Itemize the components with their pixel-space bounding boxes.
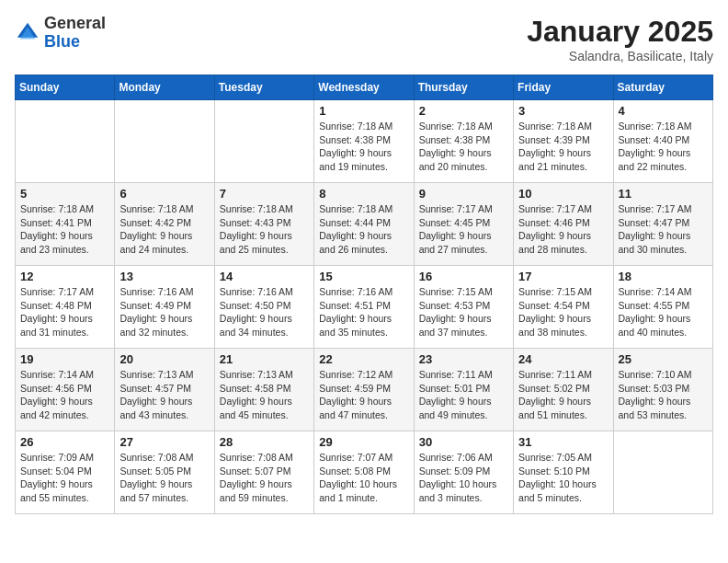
day-info: Sunrise: 7:13 AM Sunset: 4:57 PM Dayligh… xyxy=(119,368,209,422)
day-number: 30 xyxy=(419,435,508,449)
month-title: January 2025 xyxy=(527,15,713,49)
day-info: Sunrise: 7:17 AM Sunset: 4:46 PM Dayligh… xyxy=(518,202,608,257)
day-number: 28 xyxy=(220,435,309,449)
day-info: Sunrise: 7:16 AM Sunset: 4:49 PM Dayligh… xyxy=(119,285,209,339)
day-info: Sunrise: 7:18 AM Sunset: 4:38 PM Dayligh… xyxy=(419,120,508,174)
calendar-cell: 29Sunrise: 7:07 AM Sunset: 5:08 PM Dayli… xyxy=(314,431,414,514)
day-info: Sunrise: 7:08 AM Sunset: 5:07 PM Dayligh… xyxy=(220,451,309,505)
day-info: Sunrise: 7:13 AM Sunset: 4:58 PM Dayligh… xyxy=(220,368,309,422)
day-number: 26 xyxy=(20,435,109,449)
calendar-cell: 1Sunrise: 7:18 AM Sunset: 4:38 PM Daylig… xyxy=(314,100,414,183)
day-info: Sunrise: 7:18 AM Sunset: 4:41 PM Dayligh… xyxy=(20,202,109,257)
day-number: 18 xyxy=(619,270,708,283)
calendar-cell: 20Sunrise: 7:13 AM Sunset: 4:57 PM Dayli… xyxy=(115,349,214,431)
day-number: 17 xyxy=(518,270,608,283)
day-info: Sunrise: 7:08 AM Sunset: 5:05 PM Dayligh… xyxy=(119,451,209,505)
page-header: General Blue January 2025 Salandra, Basi… xyxy=(15,15,713,63)
calendar-cell: 27Sunrise: 7:08 AM Sunset: 5:05 PM Dayli… xyxy=(115,431,214,514)
days-of-week-row: SundayMondayTuesdayWednesdayThursdayFrid… xyxy=(16,75,713,100)
day-number: 2 xyxy=(419,104,508,118)
day-of-week-header: Thursday xyxy=(414,75,513,100)
calendar-week-row: 19Sunrise: 7:14 AM Sunset: 4:56 PM Dayli… xyxy=(16,349,713,431)
day-info: Sunrise: 7:15 AM Sunset: 4:54 PM Dayligh… xyxy=(518,285,608,339)
day-info: Sunrise: 7:18 AM Sunset: 4:39 PM Dayligh… xyxy=(518,120,608,174)
day-info: Sunrise: 7:05 AM Sunset: 5:10 PM Dayligh… xyxy=(518,451,608,505)
logo: General Blue xyxy=(15,15,106,52)
calendar-cell: 2Sunrise: 7:18 AM Sunset: 4:38 PM Daylig… xyxy=(414,100,513,183)
day-number: 7 xyxy=(220,187,309,201)
calendar-cell: 30Sunrise: 7:06 AM Sunset: 5:09 PM Dayli… xyxy=(414,431,513,514)
day-info: Sunrise: 7:14 AM Sunset: 4:55 PM Dayligh… xyxy=(619,285,708,339)
calendar-week-row: 1Sunrise: 7:18 AM Sunset: 4:38 PM Daylig… xyxy=(16,100,713,183)
calendar-cell: 31Sunrise: 7:05 AM Sunset: 5:10 PM Dayli… xyxy=(514,431,613,514)
day-number: 4 xyxy=(619,104,708,118)
calendar-cell: 6Sunrise: 7:18 AM Sunset: 4:42 PM Daylig… xyxy=(115,183,214,266)
day-info: Sunrise: 7:12 AM Sunset: 4:59 PM Dayligh… xyxy=(319,368,408,422)
day-number: 12 xyxy=(20,270,109,283)
day-number: 23 xyxy=(419,352,508,366)
day-info: Sunrise: 7:09 AM Sunset: 5:04 PM Dayligh… xyxy=(20,451,109,505)
day-number: 3 xyxy=(518,104,608,118)
location-subtitle: Salandra, Basilicate, Italy xyxy=(527,49,713,63)
calendar-cell: 24Sunrise: 7:11 AM Sunset: 5:02 PM Dayli… xyxy=(514,349,613,431)
day-info: Sunrise: 7:11 AM Sunset: 5:02 PM Dayligh… xyxy=(518,368,608,422)
calendar-cell: 5Sunrise: 7:18 AM Sunset: 4:41 PM Daylig… xyxy=(16,183,115,266)
calendar-cell: 18Sunrise: 7:14 AM Sunset: 4:55 PM Dayli… xyxy=(613,266,712,349)
day-info: Sunrise: 7:17 AM Sunset: 4:47 PM Dayligh… xyxy=(619,202,708,257)
day-number: 16 xyxy=(419,270,508,283)
day-info: Sunrise: 7:07 AM Sunset: 5:08 PM Dayligh… xyxy=(319,451,408,505)
calendar-cell: 10Sunrise: 7:17 AM Sunset: 4:46 PM Dayli… xyxy=(514,183,613,266)
day-number: 31 xyxy=(518,435,608,449)
calendar-week-row: 12Sunrise: 7:17 AM Sunset: 4:48 PM Dayli… xyxy=(16,266,713,349)
calendar-cell: 3Sunrise: 7:18 AM Sunset: 4:39 PM Daylig… xyxy=(514,100,613,183)
calendar-cell: 14Sunrise: 7:16 AM Sunset: 4:50 PM Dayli… xyxy=(214,266,313,349)
day-info: Sunrise: 7:18 AM Sunset: 4:42 PM Dayligh… xyxy=(119,202,209,257)
day-of-week-header: Monday xyxy=(115,75,214,100)
day-number: 25 xyxy=(619,352,708,366)
calendar-cell: 17Sunrise: 7:15 AM Sunset: 4:54 PM Dayli… xyxy=(514,266,613,349)
calendar-cell: 12Sunrise: 7:17 AM Sunset: 4:48 PM Dayli… xyxy=(16,266,115,349)
day-info: Sunrise: 7:18 AM Sunset: 4:44 PM Dayligh… xyxy=(319,202,408,257)
day-number: 14 xyxy=(220,270,309,283)
day-info: Sunrise: 7:16 AM Sunset: 4:51 PM Dayligh… xyxy=(319,285,408,339)
calendar-cell: 16Sunrise: 7:15 AM Sunset: 4:53 PM Dayli… xyxy=(414,266,513,349)
calendar-cell xyxy=(214,100,313,183)
day-number: 27 xyxy=(119,435,209,449)
calendar-cell: 23Sunrise: 7:11 AM Sunset: 5:01 PM Dayli… xyxy=(414,349,513,431)
title-block: January 2025 Salandra, Basilicate, Italy xyxy=(527,15,713,63)
calendar-cell: 8Sunrise: 7:18 AM Sunset: 4:44 PM Daylig… xyxy=(314,183,414,266)
calendar-cell: 4Sunrise: 7:18 AM Sunset: 4:40 PM Daylig… xyxy=(613,100,712,183)
calendar-body: 1Sunrise: 7:18 AM Sunset: 4:38 PM Daylig… xyxy=(16,100,713,514)
calendar-cell xyxy=(16,100,115,183)
calendar-cell: 22Sunrise: 7:12 AM Sunset: 4:59 PM Dayli… xyxy=(314,349,414,431)
day-number: 29 xyxy=(319,435,408,449)
day-number: 5 xyxy=(20,187,109,201)
day-number: 15 xyxy=(319,270,408,283)
day-number: 19 xyxy=(20,352,109,366)
day-number: 24 xyxy=(518,352,608,366)
calendar-cell: 13Sunrise: 7:16 AM Sunset: 4:49 PM Dayli… xyxy=(115,266,214,349)
day-info: Sunrise: 7:14 AM Sunset: 4:56 PM Dayligh… xyxy=(20,368,109,422)
calendar-cell xyxy=(613,431,712,514)
day-number: 8 xyxy=(319,187,408,201)
calendar-cell: 9Sunrise: 7:17 AM Sunset: 4:45 PM Daylig… xyxy=(414,183,513,266)
day-number: 10 xyxy=(518,187,608,201)
day-info: Sunrise: 7:18 AM Sunset: 4:40 PM Dayligh… xyxy=(619,120,708,174)
day-number: 22 xyxy=(319,352,408,366)
day-of-week-header: Saturday xyxy=(613,75,712,100)
calendar-week-row: 5Sunrise: 7:18 AM Sunset: 4:41 PM Daylig… xyxy=(16,183,713,266)
calendar-cell: 21Sunrise: 7:13 AM Sunset: 4:58 PM Dayli… xyxy=(214,349,313,431)
logo-blue: Blue xyxy=(44,32,80,51)
day-of-week-header: Tuesday xyxy=(214,75,313,100)
calendar-cell: 15Sunrise: 7:16 AM Sunset: 4:51 PM Dayli… xyxy=(314,266,414,349)
logo-general: General xyxy=(44,14,106,32)
day-number: 1 xyxy=(319,104,408,118)
calendar-cell: 26Sunrise: 7:09 AM Sunset: 5:04 PM Dayli… xyxy=(16,431,115,514)
day-info: Sunrise: 7:16 AM Sunset: 4:50 PM Dayligh… xyxy=(220,285,309,339)
day-number: 6 xyxy=(119,187,209,201)
calendar-cell: 28Sunrise: 7:08 AM Sunset: 5:07 PM Dayli… xyxy=(214,431,313,514)
day-number: 20 xyxy=(119,352,209,366)
calendar-cell: 11Sunrise: 7:17 AM Sunset: 4:47 PM Dayli… xyxy=(613,183,712,266)
day-info: Sunrise: 7:15 AM Sunset: 4:53 PM Dayligh… xyxy=(419,285,508,339)
calendar-week-row: 26Sunrise: 7:09 AM Sunset: 5:04 PM Dayli… xyxy=(16,431,713,514)
